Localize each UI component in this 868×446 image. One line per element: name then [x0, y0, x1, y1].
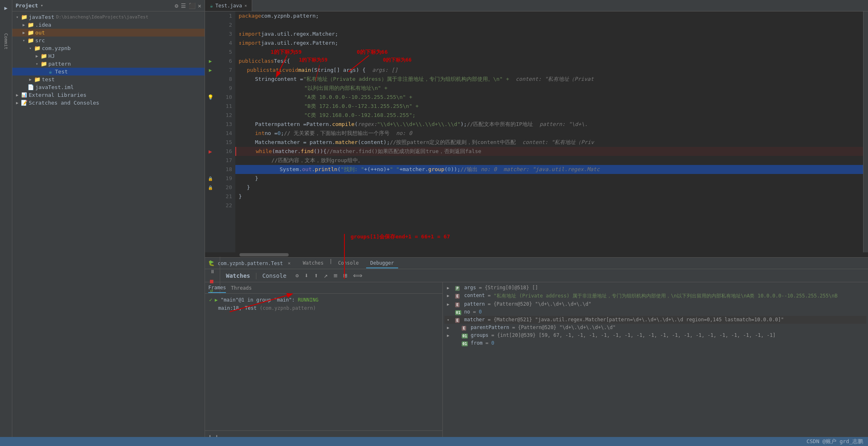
run-arrow-7: ▶ — [209, 67, 212, 73]
restore-btn[interactable]: ⊞ — [342, 271, 349, 280]
tree-arrow-scratches: ▶ — [14, 101, 21, 105]
tab-close-icon[interactable]: ✕ — [244, 3, 247, 8]
expand-icon[interactable]: ⬛ — [189, 2, 196, 9]
project-folder-icon: 📁 — [21, 14, 28, 20]
pause-btn[interactable]: ⏸ — [208, 268, 216, 275]
tree-item-src[interactable]: ▾ 📁 src — [12, 37, 205, 44]
var-value-pattern: {Pattern@520} "\d+\.\d+\.\d+\.\d" — [494, 301, 591, 307]
var-args[interactable]: ▶ P args = {String[0]@518} [] — [444, 284, 866, 292]
gutter-line-6: ▶ — [205, 57, 216, 66]
var-name-pp: parentPattern — [471, 325, 509, 330]
code-line-9: "以列出留用的内部私有地址\n" + — [235, 84, 863, 93]
var-expand-matcher: ▾ — [447, 318, 453, 322]
var-parentpattern[interactable]: ▶ E parentPattern = {Pattern@520} "\d+\.… — [444, 324, 866, 332]
comyzpnb-folder-icon: 📁 — [34, 45, 41, 51]
lock-20: 🔒 — [208, 185, 213, 190]
close-icon[interactable]: ✕ — [198, 2, 201, 9]
tree-item-ext-libs[interactable]: ▶ 📊 External Libraries — [12, 91, 205, 99]
hj-folder-icon: 📁 — [40, 53, 48, 59]
step-out-btn[interactable]: ↗ — [322, 271, 330, 280]
var-pattern[interactable]: ▶ E pattern = {Pattern@520} "\d+\.\d+\.\… — [444, 300, 866, 308]
debug-close-icon[interactable]: ✕ — [288, 261, 291, 266]
commit-icon[interactable]: Commit — [2, 32, 10, 51]
tree-arrow-comyzpnb: ▾ — [27, 46, 34, 50]
frames-tab[interactable]: Frames — [208, 283, 226, 293]
tree-label-idea: .idea — [35, 22, 51, 28]
gutter-line-2 — [205, 21, 216, 30]
var-icon-content: E — [455, 293, 462, 299]
project-dropdown[interactable]: ▾ — [41, 3, 43, 8]
tree-item-comyzpnb[interactable]: ▾ 📁 com.yzpnb — [12, 44, 205, 52]
var-name-groups: groups — [471, 332, 488, 338]
ln-20: 20 — [219, 183, 232, 192]
tree-item-idea[interactable]: ▶ 📁 .idea — [12, 21, 205, 29]
gutter-line-17 — [205, 156, 216, 165]
tab-console[interactable]: Console — [334, 258, 363, 268]
tree-item-javatest[interactable]: ▾ 📁 javaTest D:\biancheng\IdeaProjects\j… — [12, 13, 205, 21]
expand-btn[interactable]: ⟺ — [351, 271, 364, 280]
settings-btn[interactable]: ⚙ — [294, 272, 301, 279]
more-btn[interactable]: ≡ — [332, 271, 339, 280]
gutter-line-4 — [205, 39, 216, 48]
sort-icon[interactable]: ☰ — [181, 2, 186, 9]
tree-item-test-folder[interactable]: ▶ 📁 test — [12, 75, 205, 83]
horizontal-scrollbar-editor[interactable] — [205, 252, 868, 257]
code-line-22 — [235, 201, 863, 210]
ln-21: 21 — [219, 192, 232, 201]
iml-file-icon: 📄 — [27, 84, 34, 90]
var-content[interactable]: ▶ E content = "私有地址 (Private address) 属于… — [444, 292, 866, 300]
out-folder-icon: 📁 — [27, 30, 34, 36]
var-eq-content: = — [488, 293, 491, 298]
ln-3: 3 — [219, 30, 232, 39]
tree-item-hj[interactable]: ▶ 📁 HJ — [12, 52, 205, 60]
var-value-pp: {Pattern@520} "\d+\.\d+\.\d+\.\d" — [518, 325, 615, 330]
code-editor-content[interactable]: 1的下标为59 0的下标为66 package com.yzpnb.patter… — [235, 11, 863, 252]
tree-arrow-src: ▾ — [21, 38, 27, 43]
code-line-5 — [235, 48, 863, 57]
threads-tab[interactable]: Threads — [231, 284, 252, 293]
tab-watches[interactable]: Watches — [299, 258, 328, 268]
code-line-4: ↕import java.util.regex.Pattern; — [235, 39, 863, 48]
frame-label-running: ▶ "main"@1 in group "main": RUNNING — [215, 297, 319, 303]
var-value-from: 0 — [491, 340, 494, 346]
var-matcher[interactable]: ▾ E matcher = {Matcher@521} "java.util.r… — [444, 316, 866, 324]
vertical-scrollbar[interactable] — [863, 11, 868, 252]
tab-debugger[interactable]: Debugger — [366, 258, 398, 268]
tree-item-out[interactable]: ▶ 📁 out — [12, 29, 205, 37]
ln-18: 18 — [219, 165, 232, 174]
line-numbers: 1 2 3 4 5 6 7 8 9 10 11 12 13 14 15 16 1 — [216, 11, 235, 252]
tree-item-scratches[interactable]: ▶ 📝 Scratches and Consoles — [12, 99, 205, 107]
frame-main-18[interactable]: main:18, Test (com.yzpnb.pattern) — [207, 304, 441, 312]
sidebar-header-icons: ⚙ ☰ ⬛ ✕ — [175, 2, 201, 9]
project-icon[interactable]: ▶ — [1, 3, 11, 13]
var-no[interactable]: 01 no = 0 — [444, 308, 866, 316]
tree-arrow-pattern: ▾ — [34, 62, 40, 66]
step-into-btn[interactable]: ⬆ — [312, 271, 320, 280]
tree-arrow-ext: ▶ — [14, 93, 21, 97]
var-eq-pp: = — [512, 325, 515, 330]
variables-list: ▶ P args = {String[0]@518} [] ▶ E — [443, 282, 868, 442]
editor-gutter: ▶ ▶ 💡 ▶ — [205, 11, 216, 252]
gutter-line-16: ▶ — [205, 147, 216, 156]
gutter-line-10: 💡 — [205, 93, 216, 102]
ln-11: 11 — [219, 102, 232, 111]
src-folder-icon: 📁 — [27, 37, 34, 43]
tree-item-test-file[interactable]: ☕ Test — [12, 68, 205, 75]
settings-icon[interactable]: ⚙ — [175, 2, 178, 9]
tree-label-comyzpnb: com.yzpnb — [42, 45, 71, 51]
tree-item-iml[interactable]: 📄 javaTest.iml — [12, 83, 205, 91]
var-from[interactable]: 01 from = 0 — [444, 339, 866, 347]
var-icon-pattern: E — [455, 301, 462, 307]
resume-btn[interactable]: ▶ — [208, 257, 216, 266]
tab-test-java[interactable]: ☕ Test.java ✕ — [205, 0, 252, 11]
var-eq-from: = — [485, 340, 488, 346]
ln-4: 4 — [219, 39, 232, 48]
tree-item-pattern[interactable]: ▾ 📁 pattern — [12, 60, 205, 68]
frame-main-running[interactable]: ✓ ▶ "main"@1 in group "main": RUNNING — [207, 295, 441, 304]
ln-5: 5 — [219, 48, 232, 57]
debug-toolbar-buttons: ⚙ ⬇ ⬆ ↗ ≡ ⊞ ⟺ — [294, 271, 364, 280]
var-groups[interactable]: ▶ 01 groups = {int[20]@539} [59, 67, -1,… — [444, 332, 866, 339]
var-eq-args: = — [479, 285, 482, 290]
var-value-matcher: {Matcher@521} "java.util.regex.Matcher[p… — [494, 317, 784, 322]
step-over-btn[interactable]: ⬇ — [303, 271, 310, 280]
